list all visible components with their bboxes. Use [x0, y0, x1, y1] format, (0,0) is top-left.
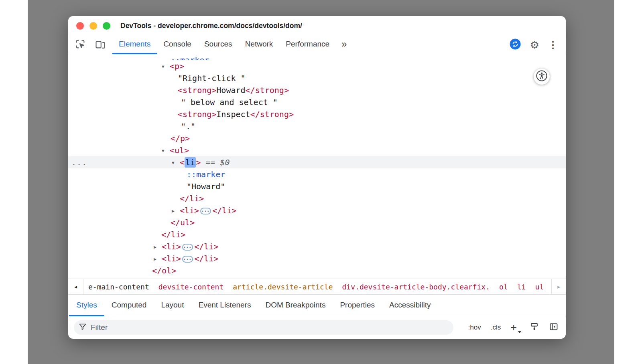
sync-button[interactable] — [509, 38, 521, 52]
tree-expand-arrow-icon[interactable]: ▼ — [162, 61, 170, 73]
tab-sources[interactable]: Sources — [198, 35, 239, 54]
dom-token-str: "Right-click " — [178, 73, 246, 83]
dom-token-var: $0 — [220, 158, 230, 167]
dom-tree-row[interactable]: </ul> — [68, 216, 566, 229]
sync-icon — [509, 38, 521, 52]
breadcrumb-scroll-right-button[interactable]: ▸ — [551, 279, 566, 294]
tree-expand-arrow-icon[interactable]: ▶ — [154, 253, 162, 265]
toggle-sidebar-icon — [549, 322, 559, 333]
dom-token-str: " below and select " — [181, 97, 278, 107]
dom-tree-row[interactable]: </li> — [68, 192, 566, 204]
tab-console[interactable]: Console — [157, 35, 198, 54]
dom-tree-row[interactable]: " below and select " — [68, 96, 566, 108]
inspect-cursor-icon — [75, 38, 86, 51]
more-tabs-button[interactable]: » — [336, 38, 352, 51]
breadcrumb-scroll-left-button[interactable]: ◂ — [68, 279, 83, 294]
breadcrumb-item[interactable]: e-main-content — [88, 283, 149, 291]
dom-token-tag: </ol> — [152, 266, 176, 275]
accessibility-overlay-button[interactable] — [534, 69, 550, 85]
pseudo-state-button[interactable]: :hov — [468, 324, 481, 332]
panel-tab-properties[interactable]: Properties — [333, 295, 382, 316]
traffic-lights — [76, 22, 110, 30]
zoom-button[interactable] — [103, 22, 110, 30]
dom-tree-row[interactable]: "Right-click " — [68, 72, 566, 84]
dom-tree-row[interactable]: <strong>Howard</strong> — [68, 84, 566, 96]
breadcrumb-item[interactable]: li — [517, 283, 526, 291]
breadcrumb-item[interactable]: devsite-content — [158, 283, 224, 291]
dom-tree-row[interactable]: ::marker — [68, 54, 566, 60]
dom-tree-row[interactable]: ▶<li>•••</li> — [68, 241, 566, 253]
dom-token-sel: li — [185, 157, 196, 168]
expand-ellipsis-button[interactable]: ••• — [182, 244, 193, 251]
filter-input[interactable] — [91, 323, 449, 332]
dom-token-tag: <strong> — [178, 85, 216, 95]
breadcrumb: ◂ e-main-contentdevsite-contentarticle.d… — [68, 279, 566, 295]
tree-expand-arrow-icon[interactable]: ▼ — [172, 157, 180, 169]
paint-roller-icon — [530, 322, 539, 333]
breadcrumb-item[interactable]: article.devsite-article — [233, 283, 333, 291]
accessibility-person-icon — [536, 70, 547, 83]
tree-expand-arrow-icon[interactable]: ▼ — [162, 145, 170, 157]
class-toggle-button[interactable]: .cls — [491, 324, 501, 332]
dom-token-tag: < — [180, 158, 185, 167]
panel-tab-computed[interactable]: Computed — [104, 295, 154, 316]
dom-tree-row[interactable]: "." — [68, 120, 566, 132]
dom-token-tag: > — [196, 158, 201, 167]
inspect-element-button[interactable] — [74, 38, 87, 51]
dom-tree-row[interactable]: ▼<ul> — [68, 144, 566, 156]
panel-tab-layout[interactable]: Layout — [154, 295, 191, 316]
expand-ellipsis-button[interactable]: ••• — [200, 208, 211, 214]
breadcrumb-item[interactable]: ul — [535, 283, 544, 291]
dom-token-marker: ::marker — [187, 170, 225, 179]
tree-expand-arrow-icon[interactable]: ▶ — [172, 205, 180, 217]
dom-token-text: Howard — [216, 85, 245, 95]
dom-token-tag: <ul> — [170, 146, 189, 155]
devtools-toolbar: ElementsConsoleSourcesNetworkPerformance… — [68, 35, 566, 54]
dom-token-str: "Howard" — [187, 182, 225, 191]
expand-ellipsis-button[interactable]: ••• — [182, 256, 193, 263]
panel-tab-accessibility[interactable]: Accessibility — [382, 295, 438, 316]
main-tabs: ElementsConsoleSourcesNetworkPerformance — [112, 35, 336, 54]
dom-tree-row[interactable]: </li> — [68, 229, 566, 241]
dom-token-tag: </li> — [194, 242, 218, 251]
panel-tab-event-listeners[interactable]: Event Listeners — [191, 295, 258, 316]
new-style-rule-button[interactable]: + — [510, 322, 520, 333]
row-overflow-dots[interactable]: ... — [71, 156, 87, 168]
dom-token-tag: </strong> — [250, 109, 294, 119]
dom-tree-row[interactable]: "Howard" — [68, 180, 566, 192]
kebab-menu-button[interactable]: ⋮ — [548, 40, 558, 50]
panel-tabs: StylesComputedLayoutEvent ListenersDOM B… — [68, 295, 566, 316]
close-button[interactable] — [76, 22, 84, 30]
dom-token-text: Inspect — [216, 109, 250, 119]
dom-tree-row[interactable]: ::marker — [68, 168, 566, 180]
dom-tree-row[interactable]: ▼<p> — [68, 60, 566, 72]
tab-network[interactable]: Network — [239, 35, 280, 54]
minimize-button[interactable] — [89, 22, 97, 30]
dom-token-tag: <strong> — [178, 109, 216, 119]
dom-token-tag: <li> — [162, 242, 181, 251]
toggle-sidebar-button[interactable] — [549, 322, 559, 333]
dom-tree-row[interactable]: </ol> — [68, 265, 566, 277]
dom-tree-row[interactable]: ...▼<li> == $0 — [68, 156, 566, 168]
panel-tab-styles[interactable]: Styles — [69, 295, 104, 316]
filter-pill — [74, 320, 453, 335]
tab-elements[interactable]: Elements — [112, 35, 157, 54]
dom-tree-row[interactable]: ▶<li>•••</li> — [68, 253, 566, 265]
dom-token-tag: <p> — [170, 61, 184, 71]
dom-token-tag: <li> — [180, 206, 199, 215]
dom-token-str: "." — [181, 121, 195, 131]
tree-expand-arrow-icon[interactable]: ▶ — [154, 241, 162, 253]
breadcrumb-item[interactable]: div.devsite-article-body.clearfix. — [342, 283, 490, 291]
panel-tab-dom-breakpoints[interactable]: DOM Breakpoints — [258, 295, 333, 316]
device-toolbar-icon — [95, 38, 106, 51]
rendering-emulations-button[interactable] — [530, 322, 539, 333]
gear-icon: ⚙ — [530, 40, 539, 50]
breadcrumb-item[interactable]: ol — [499, 283, 508, 291]
device-toolbar-button[interactable] — [94, 38, 107, 51]
settings-button[interactable]: ⚙ — [530, 40, 539, 50]
tab-performance[interactable]: Performance — [279, 35, 336, 54]
dom-token-eq: == — [201, 158, 220, 167]
dom-tree-row[interactable]: </p> — [68, 132, 566, 144]
dom-tree-row[interactable]: ▶<li>•••</li> — [68, 204, 566, 216]
dom-tree-row[interactable]: <strong>Inspect</strong> — [68, 108, 566, 120]
